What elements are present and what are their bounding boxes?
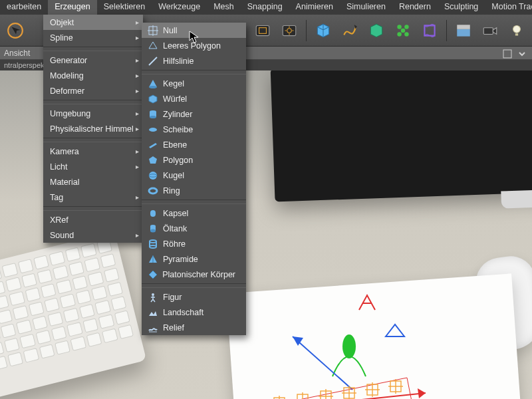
tool-add-spline[interactable]	[338, 19, 361, 43]
maximize-icon[interactable]	[501, 48, 513, 60]
menubar: earbeiten Erzeugen Selektieren Werkzeuge…	[0, 0, 532, 15]
submenu-item-pyramide[interactable]: Pyramide	[142, 251, 246, 267]
menu-snapping[interactable]: Snapping	[241, 0, 289, 15]
menu-item-label: XRef	[50, 215, 68, 225]
submenu-item-ebene[interactable]: Ebene	[142, 137, 246, 152]
menu-item-deformer[interactable]: Deformer▸	[43, 83, 143, 98]
menu-item-material[interactable]: Material	[43, 174, 143, 190]
menu-item-label: Platonischer Körper	[162, 270, 235, 279]
menu-item-label: Hilfslinie	[163, 57, 194, 66]
erzeugen-menu: Objekt▸Spline▸Generator▸Modeling▸Deforme…	[43, 15, 143, 243]
svg-marker-83	[149, 271, 157, 279]
submenu-item-öltank[interactable]: Öltank	[142, 221, 246, 236]
cube-icon	[147, 93, 159, 105]
menu-mesh[interactable]: Mesh	[207, 0, 241, 15]
submenu-item-landschaft[interactable]: Landschaft	[142, 305, 246, 320]
submenu-item-relief[interactable]: Relief	[142, 320, 246, 335]
submenu-item-figur[interactable]: Figur	[142, 289, 246, 305]
viewport-corner-icons	[501, 48, 528, 60]
sphere-icon	[147, 170, 159, 182]
menu-item-physikalischer-himmel[interactable]: Physikalischer Himmel▸	[43, 121, 143, 136]
svg-rect-12	[457, 29, 470, 36]
submenu-item-kugel[interactable]: Kugel	[142, 168, 246, 183]
menu-item-label: Spline	[50, 33, 73, 43]
menu-item-label: Figur	[163, 293, 182, 302]
menu-erzeugen[interactable]: Erzeugen	[48, 0, 97, 15]
chevron-right-icon: ▸	[136, 72, 139, 79]
menu-item-label: Deformer	[50, 86, 84, 96]
menu-item-objekt[interactable]: Objekt▸	[43, 15, 143, 30]
menu-selektieren[interactable]: Selektieren	[97, 0, 152, 15]
svg-marker-61	[149, 42, 157, 49]
disc-icon	[147, 124, 159, 136]
submenu-item-röhre[interactable]: Röhre	[142, 236, 246, 251]
svg-point-8	[404, 25, 409, 29]
submenu-item-würfel[interactable]: Würfel	[142, 91, 246, 106]
tool-add-generator[interactable]	[365, 19, 388, 43]
submenu-item-scheibe[interactable]: Scheibe	[142, 122, 246, 137]
tool-add-camera[interactable]	[479, 19, 501, 43]
menu-item-spline[interactable]: Spline▸	[43, 30, 143, 45]
submenu-item-kapsel[interactable]: Kapsel	[142, 205, 246, 221]
menu-item-label: Ebene	[163, 140, 187, 150]
menu-item-xref[interactable]: XRef	[43, 212, 143, 227]
svg-rect-16	[503, 50, 511, 58]
keyboard-prop	[0, 231, 146, 399]
cone-icon	[147, 78, 159, 90]
chevron-right-icon: ▸	[136, 125, 139, 132]
svg-point-64	[149, 86, 157, 88]
menu-item-umgebung[interactable]: Umgebung▸	[43, 106, 143, 121]
submenu-item-ring[interactable]: Ring	[142, 183, 246, 198]
menu-item-modeling[interactable]: Modeling▸	[43, 68, 143, 83]
chevron-right-icon: ▸	[136, 87, 139, 94]
submenu-item-zylinder[interactable]: Zylinder	[142, 106, 246, 122]
chevron-down-icon[interactable]	[516, 48, 528, 60]
toolbar-separator	[306, 20, 307, 41]
svg-point-15	[513, 25, 521, 33]
tool-add-deformer[interactable]	[418, 19, 441, 43]
submenu-item-platonischer-körper[interactable]: Platonischer Körper	[142, 267, 246, 282]
svg-rect-3	[256, 25, 269, 35]
chevron-right-icon: ▸	[136, 19, 139, 26]
menu-item-label: Modeling	[50, 71, 84, 80]
capsule-icon	[147, 207, 159, 219]
svg-rect-14	[483, 27, 493, 34]
menu-item-licht[interactable]: Licht▸	[43, 159, 143, 174]
tool-add-mograph[interactable]	[392, 19, 414, 43]
polygon-icon	[147, 154, 159, 166]
tool-add-light[interactable]	[505, 19, 528, 43]
menu-item-generator[interactable]: Generator▸	[43, 53, 143, 68]
landscape-icon	[147, 307, 159, 319]
tool-add-cube[interactable]	[312, 19, 334, 43]
menu-item-label: Würfel	[163, 94, 187, 104]
menu-item-label: Tag	[50, 193, 63, 202]
menu-werkzeuge[interactable]: Werkzeuge	[152, 0, 207, 15]
tool-select-arrow[interactable]	[4, 19, 27, 43]
submenu-item-hilfslinie[interactable]: Hilfslinie	[142, 53, 246, 68]
menu-item-label: Ring	[163, 186, 180, 196]
menu-item-kamera[interactable]: Kamera▸	[43, 144, 143, 159]
menu-item-tag[interactable]: Tag▸	[43, 190, 143, 205]
chevron-right-icon: ▸	[136, 57, 139, 64]
null-icon	[147, 25, 159, 37]
menu-item-label: Kapsel	[163, 209, 188, 218]
menu-animieren[interactable]: Animieren	[289, 0, 340, 15]
menu-divider	[43, 206, 143, 211]
monitor-prop	[271, 70, 532, 201]
menu-rendern[interactable]: Rendern	[392, 0, 438, 15]
menu-divider	[142, 70, 246, 74]
menu-motion-tracker[interactable]: Motion Tracker	[485, 0, 532, 15]
menu-item-label: Sound	[50, 231, 74, 240]
submenu-item-kegel[interactable]: Kegel	[142, 76, 246, 91]
menu-sculpting[interactable]: Sculpting	[438, 0, 485, 15]
submenu-item-polygon[interactable]: Polygon	[142, 152, 246, 168]
menu-item-label: Röhre	[163, 239, 186, 249]
menu-item-sound[interactable]: Sound▸	[43, 227, 143, 243]
tool-add-environment[interactable]	[452, 19, 475, 43]
tool-render-region[interactable]	[251, 19, 274, 43]
menu-bearbeiten[interactable]: earbeiten	[0, 0, 48, 15]
menu-simulieren[interactable]: Simulieren	[340, 0, 392, 15]
tool-render-settings[interactable]	[278, 19, 301, 43]
svg-marker-69	[149, 156, 157, 164]
menu-divider	[142, 200, 246, 204]
